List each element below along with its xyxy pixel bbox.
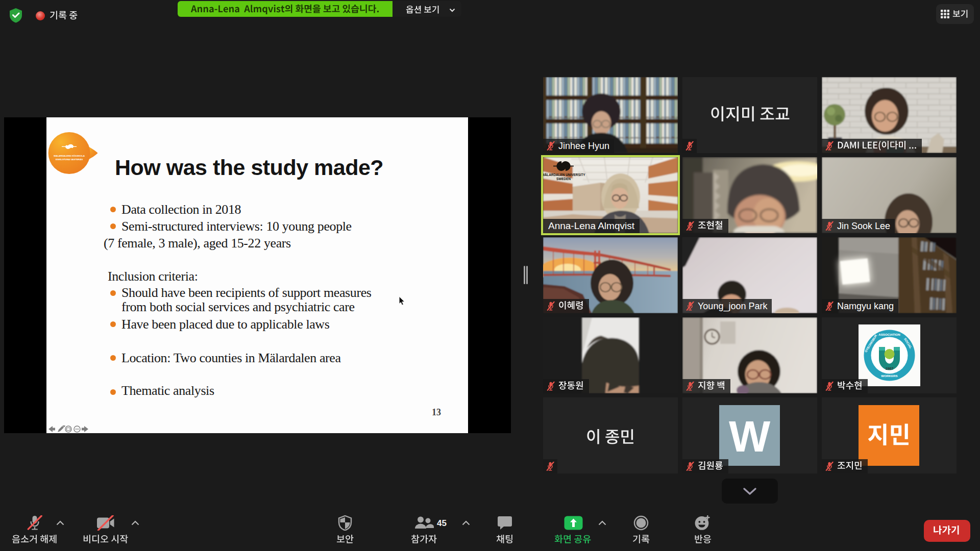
svg-text:MÄLARDALENS HÖGSKOLA: MÄLARDALENS HÖGSKOLA <box>54 155 85 157</box>
svg-text:SWEDEN: SWEDEN <box>556 177 571 181</box>
svg-text:MÄLARDALEN UNIVERSITY: MÄLARDALEN UNIVERSITY <box>543 173 585 177</box>
svg-text:ASSOCIATION: ASSOCIATION <box>878 333 900 336</box>
svg-text:ESKILSTUNA VÄSTERÅS: ESKILSTUNA VÄSTERÅS <box>56 158 83 161</box>
svg-text:1967: 1967 <box>886 367 894 370</box>
svg-text:W: W <box>729 412 771 461</box>
svg-text:WORKERS: WORKERS <box>881 374 897 378</box>
